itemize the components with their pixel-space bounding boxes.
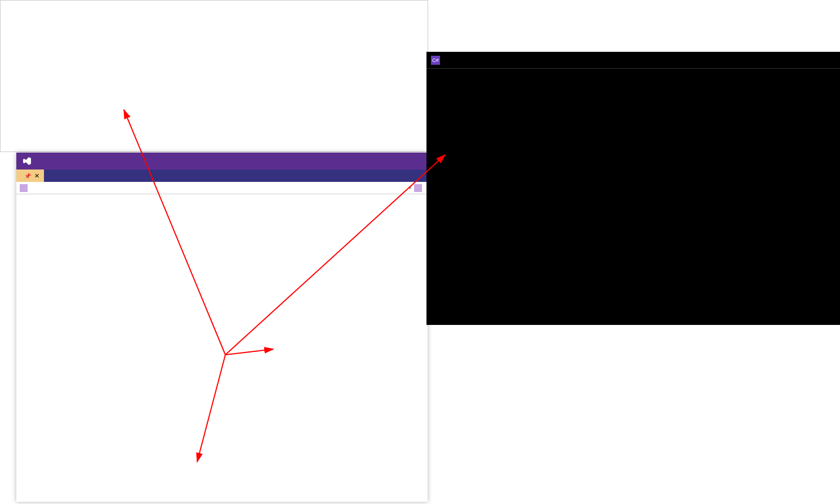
console-titlebar[interactable]: C# xyxy=(426,52,840,69)
console-window: C# xyxy=(426,52,840,325)
csharp-icon xyxy=(20,184,28,192)
member-dropdown[interactable]: ▾ xyxy=(408,184,424,192)
project-dropdown[interactable] xyxy=(20,184,30,192)
console-icon: C# xyxy=(431,56,440,65)
tab-bar: 📌 ✕ xyxy=(16,170,428,182)
vs-logo-icon xyxy=(22,156,32,166)
visual-studio-window: 📌 ✕ ▾ xyxy=(16,153,428,502)
pin-icon[interactable]: 📌 xyxy=(24,173,31,179)
vs-titlebar[interactable] xyxy=(16,153,428,170)
file-tab[interactable]: 📌 ✕ xyxy=(16,170,44,182)
close-icon[interactable]: ✕ xyxy=(34,172,39,180)
console-output[interactable] xyxy=(426,69,840,73)
method-icon xyxy=(414,184,422,192)
navigation-bar: ▾ xyxy=(16,182,428,194)
top-code-editor[interactable] xyxy=(0,0,428,152)
